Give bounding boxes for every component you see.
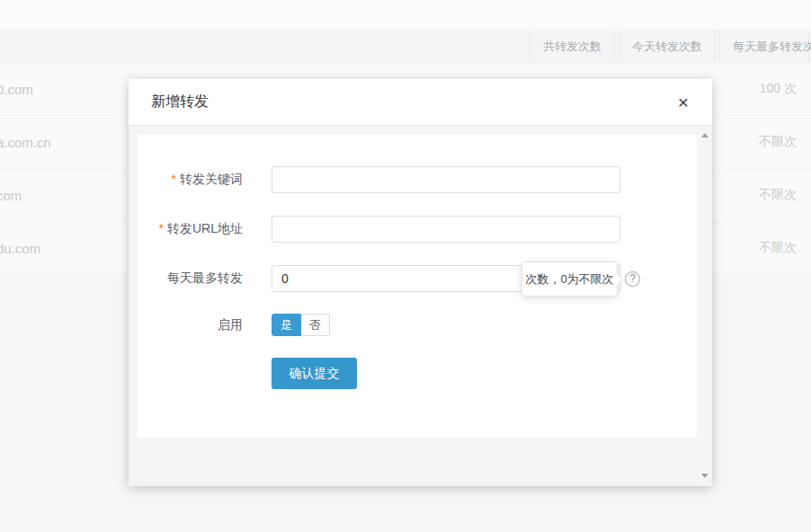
enable-no-button[interactable]: 否 — [301, 314, 330, 336]
limit-cell: 不限次 — [759, 134, 811, 150]
domain-cell: du.com — [0, 241, 40, 256]
max-daily-tooltip: 次数，0为不限次 — [521, 262, 618, 297]
modal-body: *转发关键词 *转发URL地址 每天最多转发 启用 是 否 确认提交 — [129, 126, 712, 485]
add-forward-modal: 新增转发 × *转发关键词 *转发URL地址 每天最多转发 启用 是 否 — [129, 79, 712, 486]
form-row-url: *转发URL地址 — [138, 216, 697, 243]
max-daily-label: 每天最多转发 — [138, 270, 243, 287]
domain-cell: a.com.cn — [0, 135, 51, 150]
tooltip-arrow-icon — [617, 274, 622, 285]
tooltip-text: 次数，0为不限次 — [525, 271, 613, 288]
background-toolbar — [0, 0, 811, 31]
keyword-label: *转发关键词 — [138, 172, 243, 188]
limit-cell: 100 次 — [760, 81, 811, 97]
column-header-today-forwards[interactable]: 今天转发次数 — [619, 31, 716, 62]
url-label: *转发URL地址 — [138, 221, 243, 237]
column-header-total-forwards[interactable]: 共转发次数 — [530, 31, 615, 62]
triangle-down-icon — [701, 474, 709, 478]
limit-cell: 不限次 — [759, 187, 811, 203]
close-icon[interactable]: × — [673, 92, 694, 113]
modal-scrollbar[interactable] — [697, 126, 712, 485]
url-label-text: 转发URL地址 — [167, 221, 243, 235]
form-row-keyword: *转发关键词 — [138, 166, 697, 193]
modal-title: 新增转发 — [151, 93, 209, 111]
help-question-icon[interactable]: ? — [625, 271, 640, 287]
enable-toggle: 是 否 — [272, 314, 330, 336]
triangle-up-icon — [701, 133, 709, 137]
keyword-label-text: 转发关键词 — [180, 172, 243, 186]
domain-cell: com — [0, 188, 22, 203]
form-row-enable: 启用 是 否 — [138, 314, 697, 336]
required-asterisk: * — [172, 172, 176, 186]
enable-yes-button[interactable]: 是 — [272, 314, 301, 336]
table-header-row: 共转发次数 今天转发次数 每天最多转发次数 — [0, 31, 811, 63]
enable-label: 启用 — [138, 317, 243, 333]
domain-cell: 0.com — [0, 82, 33, 97]
scroll-down-icon[interactable] — [697, 468, 712, 483]
form-row-submit: 确认提交 — [138, 358, 697, 389]
max-daily-label-text: 每天最多转发 — [167, 270, 243, 285]
limit-cell: 不限次 — [759, 240, 811, 256]
submit-button[interactable]: 确认提交 — [272, 358, 357, 389]
required-asterisk: * — [159, 221, 164, 235]
column-header-max-daily-forwards[interactable]: 每天最多转发次数 — [719, 31, 809, 62]
scroll-up-icon[interactable] — [697, 128, 712, 143]
keyword-input[interactable] — [272, 166, 620, 193]
modal-header: 新增转发 × — [129, 79, 712, 126]
url-input[interactable] — [272, 216, 620, 243]
form-panel: *转发关键词 *转发URL地址 每天最多转发 启用 是 否 确认提交 — [138, 135, 697, 438]
